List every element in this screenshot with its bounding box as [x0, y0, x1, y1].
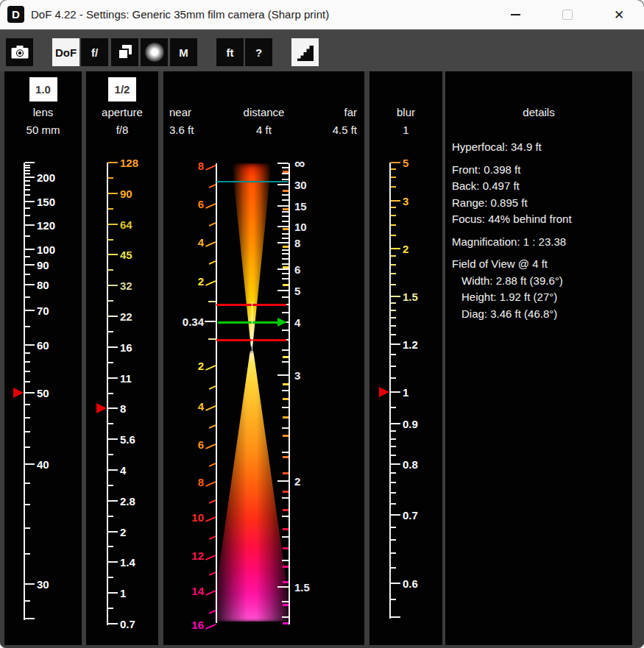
marker-arrow[interactable]	[13, 388, 24, 398]
scale-tick	[391, 284, 396, 285]
scale-tick	[25, 583, 35, 585]
scale-tick-label: 1.2	[403, 338, 418, 351]
soft-circle-icon	[145, 43, 164, 62]
scale-tick	[391, 446, 396, 447]
minimize-icon	[511, 14, 520, 15]
scale-tick-label: 150	[37, 196, 55, 208]
stairs-icon	[295, 41, 316, 63]
scale-tick	[25, 170, 30, 171]
lens-scale[interactable]: 20015012010090807060504030	[4, 71, 82, 645]
scale-tick	[391, 377, 396, 379]
close-button[interactable]: ✕	[608, 4, 630, 26]
scale-tick	[391, 482, 396, 483]
scale-tick	[108, 423, 113, 424]
scale-tick	[108, 485, 113, 486]
scale-tick-label: 100	[37, 243, 55, 256]
scale-tick-label: 2	[120, 526, 126, 538]
scale-tick	[108, 393, 113, 394]
scale-tick-label: 120	[37, 219, 55, 232]
marker-arrow[interactable]	[96, 403, 107, 413]
scale-tick	[391, 583, 400, 584]
aperture-scale[interactable]: 1289064453222161185.642.821.410.7	[86, 71, 158, 645]
scale-tick	[391, 366, 396, 367]
scale-tick	[25, 352, 30, 354]
scale-tick	[25, 264, 35, 266]
units-feet-button[interactable]: ft	[216, 38, 244, 66]
scale-tick	[108, 608, 113, 609]
scale-tick	[25, 381, 30, 382]
steps-button[interactable]	[291, 38, 319, 66]
scale-tick-label: 45	[120, 249, 132, 261]
scale-tick	[108, 592, 118, 594]
distance-markers	[163, 71, 364, 645]
in-focus-beam-line	[252, 302, 253, 352]
scale-tick	[391, 255, 396, 257]
scale-tick	[25, 189, 30, 191]
scale-tick	[108, 331, 113, 332]
scale-tick	[391, 503, 396, 505]
scale-tick	[25, 235, 30, 237]
scale-line	[389, 163, 391, 619]
scale-tick	[391, 224, 396, 226]
dof-mode-button[interactable]: DoF	[52, 38, 79, 66]
scale-tick	[108, 254, 118, 255]
scale-tick	[25, 310, 35, 311]
scale-tick	[25, 173, 30, 174]
scale-tick-label: 200	[37, 171, 55, 184]
manual-mode-button[interactable]: M	[170, 38, 197, 66]
scale-tick	[108, 300, 113, 302]
details-line: Field of View @ 4 ft	[452, 256, 629, 273]
scale-tick-label: 70	[37, 305, 49, 317]
scale-tick	[25, 618, 35, 619]
scale-tick-label: 2	[403, 243, 408, 255]
f-number-mode-button[interactable]: f/	[81, 38, 108, 66]
scale-tick	[25, 296, 30, 298]
scale-tick	[108, 316, 118, 317]
scale-tick	[391, 391, 400, 393]
scale-tick	[25, 165, 30, 166]
scale-tick	[391, 162, 400, 163]
scale-tick-label: 8	[120, 402, 126, 415]
scale-tick	[391, 273, 396, 274]
scale-tick-label: 0.9	[403, 418, 418, 430]
details-line: Hyperfocal: 34.9 ft	[452, 139, 629, 156]
scale-tick-label: 80	[37, 279, 49, 291]
details-line: Height: 1.92 ft (27°)	[452, 289, 629, 306]
scale-tick	[25, 417, 30, 419]
blur-scale[interactable]: 5321.51.210.90.80.70.6	[369, 71, 442, 645]
scale-tick-label: 1.5	[403, 291, 418, 303]
scale-tick	[108, 516, 113, 517]
circle-of-confusion-button[interactable]	[141, 38, 168, 66]
scale-tick	[25, 504, 30, 505]
scale-tick	[25, 194, 30, 196]
focus-distance-arrow[interactable]	[218, 321, 278, 324]
scale-tick-label: 50	[37, 387, 49, 399]
copy-button[interactable]	[111, 38, 138, 66]
scale-tick	[25, 371, 30, 372]
lens-panel: 1.0 lens 50 mm 2001501201009080706050403…	[4, 71, 82, 645]
scale-tick	[391, 552, 396, 554]
scale-tick	[108, 407, 118, 409]
details-line: Front: 0.398 ft	[452, 162, 629, 179]
scale-tick	[391, 296, 400, 297]
scale-tick	[108, 162, 118, 163]
aperture-panel: 1/2 aperture f/8 1289064453222161185.642…	[86, 71, 158, 645]
scale-tick	[391, 616, 400, 618]
minimize-button[interactable]	[504, 4, 526, 26]
scale-tick	[25, 483, 30, 484]
scale-tick-label: 90	[37, 259, 49, 271]
scale-tick	[391, 302, 396, 304]
focus-blur-dash	[205, 321, 216, 322]
main-area: 1.0 lens 50 mm 2001501201009080706050403…	[0, 71, 644, 648]
details-line: Back: 0.497 ft	[452, 178, 629, 195]
scale-tick	[391, 514, 400, 516]
help-button[interactable]: ?	[245, 38, 272, 66]
scale-tick	[25, 344, 35, 346]
scale-tick	[108, 269, 113, 271]
maximize-button[interactable]	[556, 4, 578, 26]
marker-arrow[interactable]	[379, 387, 389, 397]
camera-button[interactable]	[6, 38, 33, 66]
scale-tick	[391, 207, 396, 208]
maximize-icon	[562, 10, 573, 20]
scale-tick	[108, 561, 118, 563]
